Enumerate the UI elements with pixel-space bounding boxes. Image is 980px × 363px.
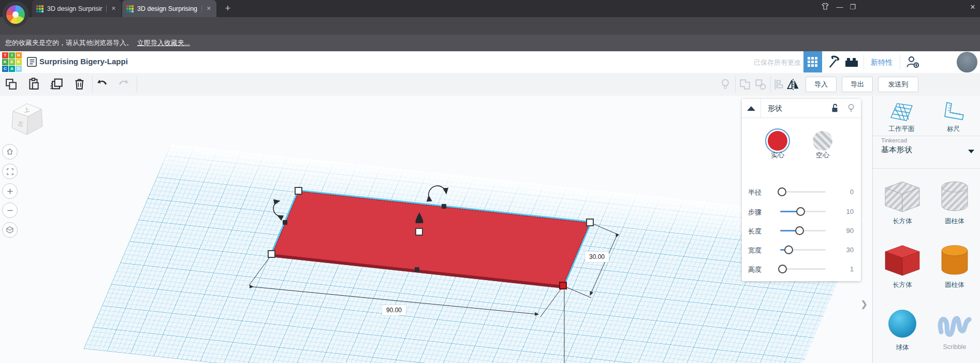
shape-box-solid[interactable]: 长方体 [879,243,926,289]
slider-value[interactable]: 90 [836,227,854,235]
undo-icon[interactable] [95,78,109,90]
group-icon[interactable] [738,78,752,91]
export-button[interactable]: 导出 [842,77,873,92]
tab-2-active[interactable]: 3D design Surprising ✕ [122,0,216,17]
hole-striped-swatch [813,131,832,151]
tinkercad-logo[interactable]: TIN KER CAD [2,52,23,72]
flip-icon[interactable] [786,77,800,92]
steps-slider[interactable] [780,211,826,212]
slider-knob[interactable] [796,207,805,216]
zoom-in-button[interactable] [2,183,18,199]
show-all-icon[interactable] [719,77,732,92]
perspective-toggle-button[interactable] [2,222,18,238]
solid-fill-option[interactable] [765,128,790,153]
tab-separator [201,5,202,12]
slider-knob[interactable] [778,187,786,196]
zoom-out-button[interactable] [2,202,18,218]
shape-sphere[interactable]: 球体 [879,308,926,352]
home-view-button[interactable] [2,144,18,159]
edge-handle-bottom[interactable] [415,267,419,272]
scale-handle-top-left[interactable] [295,187,302,195]
edge-handle-left[interactable] [283,220,287,225]
new-tab-button[interactable]: + [222,2,234,14]
scale-handle-active[interactable] [559,282,567,289]
width-dimension[interactable]: 30.00 [585,252,609,262]
minimize-button[interactable]: — [834,2,845,13]
scale-handle-bottom-left[interactable] [268,250,275,258]
delete-icon[interactable] [72,76,86,91]
slider-label: 高度 [748,265,762,274]
shape-box-hole[interactable]: 长方体 [879,180,926,226]
skin-icon[interactable] [821,2,832,13]
copy-icon[interactable] [5,78,18,91]
tab-close-icon[interactable]: ✕ [206,5,212,12]
hole-option[interactable] [810,128,835,153]
close-button[interactable]: ✕ [967,2,978,13]
bookmarks-bar: 您的收藏夹是空的，请从其他浏览器导入。 立即导入收藏夹... [0,35,980,51]
fit-view-button[interactable] [2,164,18,179]
shape-label: 长方体 [879,281,926,289]
height-slider[interactable] [780,268,826,270]
design-menu-icon[interactable] [26,56,38,68]
lego-brick-icon[interactable] [845,57,858,67]
browser-logo[interactable] [3,2,28,27]
slider-knob[interactable] [778,265,787,273]
dropdown-arrow-icon[interactable] [968,150,974,153]
move-handle-center[interactable] [415,228,423,236]
tab-1[interactable]: 3D design Surprising ✕ [32,0,121,17]
slider-value[interactable]: 1 [836,265,854,273]
edge-handle-top[interactable] [442,204,446,209]
duplicate-icon[interactable] [49,77,63,91]
shape-cylinder-solid[interactable]: 圆柱体 [931,243,978,289]
width-slider[interactable] [780,249,826,251]
slider-value[interactable]: 0 [836,188,854,196]
save-status: 已保存所有更改 [754,58,801,67]
minecraft-pickaxe-icon[interactable] [825,54,841,70]
shape-category-dropdown[interactable]: 基本形状 [881,145,912,155]
align-icon[interactable] [772,78,786,91]
slider-knob[interactable] [784,245,793,254]
browser-tab-bar: 3D design Surprising ✕ 3D design Surpris… [0,0,980,17]
workplane-tool-icon[interactable] [889,101,914,123]
redo-icon[interactable] [117,78,130,90]
design-title[interactable]: Surprising Bigery-Lappi [39,57,128,66]
app-toolbar: 导入 导出 发送到 [0,73,980,96]
raise-cone-handle[interactable] [413,211,426,225]
restore-button[interactable]: ❐ [847,2,858,13]
import-bookmarks-link[interactable]: 立即导入收藏夹... [137,38,190,48]
invite-person-icon[interactable] [905,54,920,70]
paste-icon[interactable] [27,77,40,91]
account-avatar[interactable] [957,52,977,72]
radius-slider[interactable] [780,191,826,193]
toolbar-divider [735,76,736,93]
tab-title: 3D design Surprising [137,5,198,12]
ruler-tool-label[interactable]: 标尺 [931,125,975,134]
toolbar-divider [137,76,137,93]
shape-label: 圆柱体 [931,217,978,226]
workplane-tool-label[interactable]: 工作平面 [880,125,924,134]
address-bar: https://www.tinkercad.com/things/7AALm4R… [0,17,980,35]
ruler-tool-icon[interactable] [942,101,966,123]
unlock-icon[interactable] [829,103,840,114]
whats-new-link[interactable]: 新特性 [871,58,893,67]
shape-cylinder-hole[interactable]: 圆柱体 [931,180,978,226]
tab-title: 3D design Surprising [47,5,103,12]
slider-value[interactable]: 30 [836,246,854,254]
shape-label: Scribble [931,343,978,351]
scale-handle-top-right[interactable] [586,219,594,226]
shape-scribble[interactable]: Scribble [931,308,978,351]
import-button[interactable]: 导入 [806,77,837,92]
length-dimension[interactable]: 90.00 [382,305,406,315]
view-cube[interactable]: 上 左 [7,100,47,142]
length-slider[interactable] [780,230,826,231]
hide-lightbulb-icon[interactable] [845,103,857,114]
tab-close-icon[interactable]: ✕ [110,5,117,12]
send-to-button[interactable]: 发送到 [878,77,918,92]
ungroup-icon[interactable] [754,78,767,91]
sidebar-divider [873,168,980,169]
slider-value[interactable]: 10 [836,208,854,215]
panel-collapse-chevron[interactable]: ❯ [860,299,868,310]
slider-knob[interactable] [795,226,804,235]
dashboard-grid-button[interactable] [803,51,822,72]
collapse-panel-button[interactable] [742,99,761,118]
